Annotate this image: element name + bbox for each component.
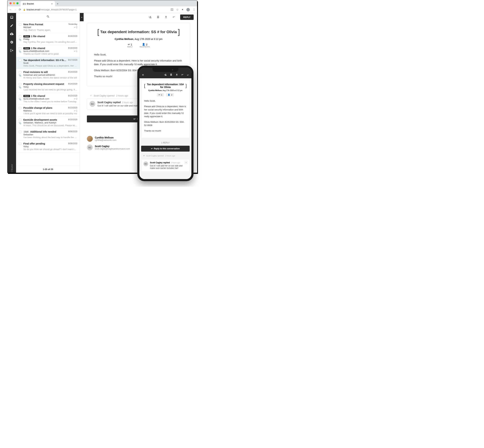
filter-icon[interactable]: [181, 73, 184, 77]
reply-arrow-icon: ↩: [74, 26, 76, 29]
phone-stat-recipients[interactable]: 👤2: [166, 93, 174, 96]
close-tab-icon[interactable]: ×: [51, 2, 53, 5]
message-from: hnewman and samuel.wilhiemin: [23, 74, 55, 76]
message-date: Yesterday: [68, 23, 77, 25]
add-recipient-icon[interactable]: [148, 15, 152, 19]
close-window-button[interactable]: [9, 2, 12, 4]
reply-arrow-icon: ↩: [74, 98, 76, 100]
message-date: 8/13/2020: [68, 95, 77, 97]
browser-tab[interactable]: ⟦∙⟧ Bracket ×: [21, 1, 55, 6]
download-icon[interactable]: [164, 15, 168, 19]
message-from: Matheus: [23, 109, 32, 112]
phone-stat-replies[interactable]: ↩1: [157, 93, 164, 96]
message-preview: Hello Scott, Please add Olivia as a depe…: [23, 64, 77, 67]
bracket-left-icon: [: [97, 28, 99, 36]
recipient-name: Cynthia Wellson: [95, 136, 117, 139]
message-checkbox[interactable]: [19, 95, 21, 97]
lock-icon: 🔒: [23, 8, 26, 11]
maximize-window-button[interactable]: [16, 2, 18, 4]
reload-button[interactable]: ⟳: [19, 8, 21, 11]
mark-read-icon[interactable]: ✉: [184, 161, 188, 164]
person-icon: 👤: [168, 94, 170, 96]
address-bar[interactable]: 🔒 bracket.email/message_threads/2979035?…: [23, 8, 169, 11]
message-list[interactable]: New Pres FormatYesterdayMichael↩2Yup, th…: [16, 21, 80, 166]
message-row[interactable]: 📎Final revisions to will8/14/2020hnewman…: [16, 69, 80, 81]
message-row[interactable]: Possible change of plans8/13/2020Matheus…: [16, 105, 80, 117]
logout-icon[interactable]: [10, 48, 14, 52]
reply-author: Scott Cagley replied: [97, 101, 121, 104]
star-icon[interactable]: ☆: [176, 8, 179, 11]
url-path: /message_threads/2979035?page=1: [40, 8, 77, 11]
sidebar-brand: ⟦∙⟧Bracket: [11, 164, 13, 173]
kebab-menu-icon[interactable]: ⋮: [193, 8, 195, 11]
phone-stats: ↩1 👤2: [144, 93, 187, 96]
phone-title: Tax dependent information: SS# for Olivi…: [146, 83, 185, 88]
message-from: Vicky: [23, 86, 29, 88]
compose-icon[interactable]: [10, 24, 14, 27]
key-icon[interactable]: ⚿: [171, 8, 173, 11]
close-icon[interactable]: ✕: [142, 73, 144, 77]
archive-icon[interactable]: [170, 73, 172, 77]
message-date: 8/18/2020: [68, 47, 77, 49]
message-date: 8/17/2020: [68, 59, 77, 61]
phone-content[interactable]: [ Tax dependent information: SS# for Oli…: [139, 78, 191, 179]
minimize-window-button[interactable]: [13, 2, 15, 4]
message-row[interactable]: 📎Property closing document request8/14/2…: [16, 81, 80, 93]
message-checkbox[interactable]: [19, 47, 21, 50]
message-checkbox[interactable]: [19, 107, 21, 109]
eye-icon: 👁: [90, 94, 92, 97]
opened-time: 2 hours ago: [116, 94, 128, 97]
inbox-icon[interactable]: [10, 15, 14, 19]
phone-reply-button[interactable]: ↩ Reply to this conversation: [141, 146, 190, 152]
tab-title: Bracket: [27, 3, 34, 5]
search-icon[interactable]: [47, 15, 50, 19]
message-row[interactable]: New Pres FormatYesterdayMichael↩2Yup, th…: [16, 21, 80, 33]
message-row[interactable]: 📎Share1 file shared8/13/2020laura.shield…: [16, 93, 80, 105]
back-button[interactable]: ←: [9, 8, 12, 11]
message-checkbox[interactable]: [19, 119, 21, 121]
phone-meta: Cynthia Wellson, Aug 17th 2020 at 3:12 p…: [144, 89, 187, 91]
reply-button[interactable]: REPLY: [180, 15, 194, 20]
cloud-upload-icon[interactable]: [10, 32, 14, 36]
message-checkbox[interactable]: [19, 131, 21, 133]
recipient-email: cynthia@welsonllc.com: [95, 139, 117, 141]
message-checkbox[interactable]: [19, 23, 21, 26]
message-row[interactable]: 📎Eastside development assets8/10/2020Seb…: [16, 117, 80, 128]
filter-icon[interactable]: [172, 15, 176, 19]
message-meta: Cynthia Wellson, Aug 17th 2020 at 3:12 p…: [92, 38, 185, 40]
forward-button[interactable]: →: [14, 8, 17, 11]
download-icon[interactable]: [175, 73, 178, 77]
message-subject: Additional info needed: [30, 130, 56, 133]
archive-icon[interactable]: [156, 15, 160, 19]
settings-icon[interactable]: [10, 40, 14, 44]
reply-count: ↩2: [74, 98, 77, 100]
message-preview: Hi team, This should be all we discussed…: [23, 124, 77, 127]
phone-reply-card[interactable]: SC Scott Cagley replied 2 hours ago Got …: [141, 159, 190, 172]
extensions-icon[interactable]: ✦: [181, 8, 184, 11]
window-controls[interactable]: [9, 2, 18, 4]
message-checkbox[interactable]: [19, 83, 21, 85]
reply-icon[interactable]: ↩: [187, 74, 189, 76]
message-date: 8/10/2020: [68, 118, 77, 121]
message-subject: Property closing document request: [23, 83, 64, 85]
phone-mockup: ✕ ↩ [ Tax dependent information: SS# for…: [137, 66, 194, 181]
message-checkbox[interactable]: [19, 35, 21, 38]
profile-icon[interactable]: [186, 8, 190, 11]
attachment-icon: 📎: [19, 86, 21, 89]
message-checkbox[interactable]: [19, 59, 21, 62]
message-row[interactable]: Final offer pending8/09/2020VickySo do y…: [16, 141, 80, 152]
message-subject: Eastside development assets: [23, 118, 57, 121]
message-checkbox[interactable]: [19, 143, 21, 145]
message-row[interactable]: DraftAdditional info needed8/08/2020Seba…: [16, 128, 80, 141]
new-tab-button[interactable]: +: [55, 1, 60, 6]
stat-recipients[interactable]: 👤2 RECIPIENTS: [140, 43, 150, 48]
message-row[interactable]: 📎Share1 file shared8/18/2020PhillipHey C…: [16, 33, 80, 45]
reply-time: 2 hours ago: [171, 162, 180, 164]
message-row[interactable]: Tax dependent information: SS # for Oliv…: [16, 57, 80, 69]
message-checkbox[interactable]: [19, 71, 21, 73]
add-recipient-icon[interactable]: [164, 73, 167, 77]
attachment-icon: 📎: [19, 50, 21, 53]
stat-replies[interactable]: ↩1 REPLY: [127, 43, 133, 48]
message-row[interactable]: 📎Share1 file shared8/18/2020laura.shield…: [16, 45, 80, 57]
message-preview: I've been thinking about the best way to…: [23, 136, 77, 139]
